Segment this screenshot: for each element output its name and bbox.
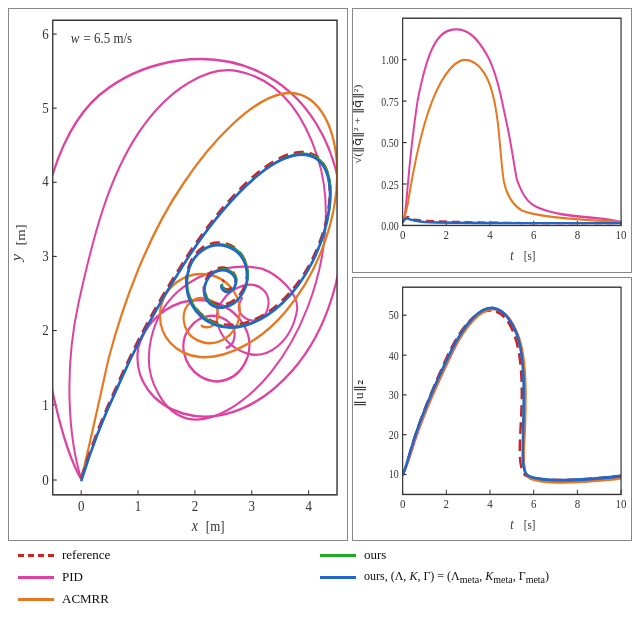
svg-text:3: 3 xyxy=(42,248,49,264)
svg-text:0.25: 0.25 xyxy=(381,178,398,191)
svg-text:30: 30 xyxy=(389,388,399,401)
svg-text:[s]: [s] xyxy=(524,517,536,532)
svg-text:3: 3 xyxy=(249,498,256,514)
legend-item-ours: ours xyxy=(320,547,622,563)
svg-text:50: 50 xyxy=(389,308,399,321)
left-plot: 0 1 2 3 4 0 1 2 3 4 5 xyxy=(8,8,348,541)
svg-text:4: 4 xyxy=(42,174,49,190)
svg-text:4: 4 xyxy=(305,498,312,514)
legend-row: reference PID ACMRR ours ours, (Λ, K, xyxy=(8,541,632,613)
svg-text:= 6.5 m/s: = 6.5 m/s xyxy=(84,30,133,46)
legend-line-pid xyxy=(18,576,54,579)
svg-text:2: 2 xyxy=(192,498,199,514)
legend-label-acmrr: ACMRR xyxy=(62,591,109,607)
svg-text:w: w xyxy=(71,30,80,46)
svg-text:[m]: [m] xyxy=(14,224,28,245)
svg-text:0.00: 0.00 xyxy=(381,219,398,232)
svg-text:0.50: 0.50 xyxy=(381,136,398,149)
svg-text:t: t xyxy=(510,517,514,532)
svg-text:t: t xyxy=(510,248,514,263)
legend-line-acmrr xyxy=(18,598,54,601)
svg-text:[s]: [s] xyxy=(524,248,536,263)
svg-text:√(‖q̄‖² + ‖q̄̇‖²): √(‖q̄‖² + ‖q̄̇‖²) xyxy=(353,84,364,163)
svg-text:4: 4 xyxy=(487,227,493,242)
legend-col-right: ours ours, (Λ, K, Γ) = (Λmeta, Kmeta, Γm… xyxy=(320,547,622,585)
legend-line-reference xyxy=(18,554,54,557)
svg-text:2: 2 xyxy=(444,496,450,511)
plots-row: 0 1 2 3 4 0 1 2 3 4 5 xyxy=(8,8,632,541)
main-container: 0 1 2 3 4 0 1 2 3 4 5 xyxy=(0,0,640,621)
svg-text:8: 8 xyxy=(575,496,581,511)
svg-text:4: 4 xyxy=(487,496,493,511)
svg-text:6: 6 xyxy=(531,496,537,511)
legend-item-pid: PID xyxy=(18,569,320,585)
svg-text:y: y xyxy=(9,254,24,264)
svg-text:6: 6 xyxy=(531,227,537,242)
svg-text:1: 1 xyxy=(135,498,142,514)
svg-text:1.00: 1.00 xyxy=(381,54,398,67)
svg-text:10: 10 xyxy=(389,467,399,480)
svg-text:20: 20 xyxy=(389,428,399,441)
svg-text:0: 0 xyxy=(78,498,85,514)
svg-text:10: 10 xyxy=(616,496,627,511)
svg-text:5: 5 xyxy=(42,100,49,116)
legend-item-acmrr: ACMRR xyxy=(18,591,320,607)
svg-text:8: 8 xyxy=(575,227,581,242)
svg-text:2: 2 xyxy=(42,323,49,339)
svg-rect-34 xyxy=(403,18,621,225)
bottom-right-plot: 0 2 4 6 8 10 10 20 30 xyxy=(352,277,632,542)
right-plots: 0 2 4 6 8 10 0.00 0.25 xyxy=(352,8,632,541)
svg-text:0.75: 0.75 xyxy=(381,95,398,108)
svg-text:2: 2 xyxy=(444,227,450,242)
legend-col-left: reference PID ACMRR xyxy=(18,547,320,607)
svg-text:40: 40 xyxy=(389,349,399,362)
svg-text:0: 0 xyxy=(42,472,49,488)
svg-text:10: 10 xyxy=(616,227,627,242)
legend-label-reference: reference xyxy=(62,547,110,563)
legend-item-ours-meta: ours, (Λ, K, Γ) = (Λmeta, Kmeta, Γmeta) xyxy=(320,569,622,585)
svg-text:0: 0 xyxy=(400,496,406,511)
svg-text:x: x xyxy=(191,517,198,534)
legend-item-reference: reference xyxy=(18,547,320,563)
legend-line-ours-meta xyxy=(320,576,356,579)
top-right-plot: 0 2 4 6 8 10 0.00 0.25 xyxy=(352,8,632,273)
legend-label-pid: PID xyxy=(62,569,83,585)
legend-label-ours: ours xyxy=(364,547,386,563)
svg-text:0: 0 xyxy=(400,227,406,242)
svg-text:1: 1 xyxy=(42,397,49,413)
svg-text:[m]: [m] xyxy=(206,518,225,534)
svg-text:6: 6 xyxy=(42,27,49,43)
legend-line-ours xyxy=(320,554,356,557)
legend-label-ours-meta: ours, (Λ, K, Γ) = (Λmeta, Kmeta, Γmeta) xyxy=(364,569,549,585)
svg-text:‖u‖₂: ‖u‖₂ xyxy=(353,379,366,406)
